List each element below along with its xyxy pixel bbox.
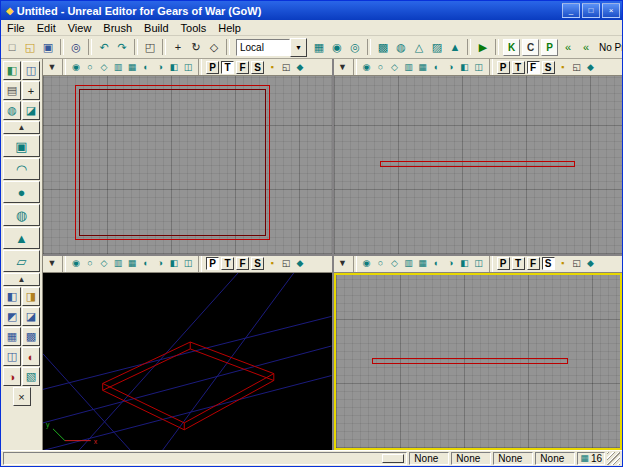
unlit-icon[interactable]: ○ [374, 60, 388, 74]
realtime-icon[interactable]: ◉ [69, 257, 83, 271]
view-front-button[interactable]: F [236, 257, 249, 270]
open-map-icon[interactable]: ◱ [21, 39, 39, 56]
view-top-button[interactable]: T [512, 61, 525, 74]
scale-widget-icon[interactable]: ◇ [205, 39, 223, 56]
textured-view-icon[interactable]: ▦ [125, 60, 139, 74]
view-perspective-button[interactable]: P [497, 61, 510, 74]
show-flags-icon[interactable]: ▦ [310, 39, 328, 56]
unlit-icon[interactable]: ○ [83, 257, 97, 271]
terrain-mode-icon[interactable]: ▤ [3, 81, 21, 100]
view-side-button[interactable]: S [542, 61, 555, 74]
detail-lighting-icon[interactable]: ◑ [153, 60, 167, 74]
translate-mode-icon[interactable]: + [22, 81, 40, 100]
maximize-button[interactable]: □ [582, 3, 600, 18]
textured-view-icon[interactable]: ▦ [416, 60, 430, 74]
minimize-button[interactable]: _ [562, 3, 580, 18]
redo-icon[interactable]: ↷ [113, 39, 131, 56]
menu-item-item[interactable]: Build [138, 20, 174, 35]
shader-complexity-icon[interactable]: ◧ [167, 60, 181, 74]
mirror-y-icon[interactable]: ◑ [3, 367, 21, 386]
menu-item-item[interactable]: File [1, 20, 31, 35]
select-none-icon[interactable]: × [13, 387, 31, 406]
camera-speed-icon[interactable]: ◆ [293, 257, 307, 271]
maximize-viewport-icon[interactable]: ◱ [570, 257, 584, 271]
front-view-canvas[interactable] [334, 76, 623, 254]
menu-item-item[interactable]: Brush [97, 20, 138, 35]
lock-viewport-icon[interactable]: ▪ [556, 257, 570, 271]
collision-view-icon[interactable]: ◫ [472, 60, 486, 74]
curved-stair-brush-icon[interactable]: ◠ [3, 158, 40, 180]
menu-item-item[interactable]: Tools [175, 20, 213, 35]
lighting-only-icon[interactable]: ◐ [139, 257, 153, 271]
build-cover-icon[interactable]: ▨ [428, 39, 446, 56]
camera-prev-icon[interactable]: « [559, 39, 577, 56]
brush-wireframe-icon[interactable]: ▥ [402, 60, 416, 74]
view-top-button[interactable]: T [221, 257, 234, 270]
maximize-viewport-icon[interactable]: ◱ [570, 60, 584, 74]
view-perspective-button[interactable]: P [497, 257, 510, 270]
undo-icon[interactable]: ↶ [95, 39, 113, 56]
unlit-icon[interactable]: ○ [374, 257, 388, 271]
geometry-mode-icon[interactable]: ◫ [22, 61, 40, 80]
view-top-button[interactable]: T [221, 61, 234, 74]
lock-viewport-icon[interactable]: ▪ [556, 60, 570, 74]
csg-add-icon[interactable]: ◧ [3, 287, 21, 306]
build-lighting-icon[interactable]: ◍ [392, 39, 410, 56]
viewport-options-icon[interactable]: ▼ [45, 60, 59, 74]
brush-wireframe-icon[interactable]: ▥ [111, 60, 125, 74]
realtime-icon[interactable]: ◉ [69, 60, 83, 74]
lock-viewport-icon[interactable]: ▪ [265, 60, 279, 74]
csg-subtract-icon[interactable]: ◨ [22, 287, 40, 306]
close-button[interactable]: × [602, 3, 620, 18]
viewport-options-icon[interactable]: ▼ [336, 257, 350, 271]
viewport-options-icon[interactable]: ▼ [336, 60, 350, 74]
collision-view-icon[interactable]: ◫ [181, 60, 195, 74]
top-view-canvas[interactable] [43, 76, 332, 254]
camera-speed-icon[interactable]: ◆ [293, 60, 307, 74]
cube-brush-icon[interactable]: ▣ [3, 135, 40, 157]
menu-item-item[interactable]: Help [212, 20, 247, 35]
build-paths-icon[interactable]: △ [410, 39, 428, 56]
search-icon[interactable]: ◎ [67, 39, 85, 56]
rotate-widget-icon[interactable]: ↻ [187, 39, 205, 56]
brush-wireframe-icon[interactable]: ▥ [111, 257, 125, 271]
view-front-button[interactable]: F [527, 61, 540, 74]
lighting-only-icon[interactable]: ◐ [430, 60, 444, 74]
brush-wireframe-icon[interactable]: ▥ [402, 257, 416, 271]
wireframe-icon[interactable]: ◇ [388, 257, 402, 271]
add-volume-icon[interactable]: ▩ [22, 327, 40, 346]
camera-mode-icon[interactable]: ◧ [3, 61, 21, 80]
status-scrollbar-thumb[interactable] [382, 454, 404, 463]
kismet-button[interactable]: K [503, 39, 520, 56]
cinematics-button[interactable]: C [522, 39, 539, 56]
fullscreen-icon[interactable]: ◰ [141, 39, 159, 56]
freeform-scale-icon[interactable]: ▧ [22, 367, 40, 386]
view-perspective-button[interactable]: P [206, 257, 219, 270]
play-level-icon[interactable]: ▶ [474, 39, 492, 56]
show-selected-icon[interactable]: ◫ [3, 347, 21, 366]
build-geometry-icon[interactable]: ▩ [374, 39, 392, 56]
textured-view-icon[interactable]: ▦ [125, 257, 139, 271]
prefab-button[interactable]: P [541, 39, 558, 56]
csg-deintersect-icon[interactable]: ◪ [22, 307, 40, 326]
maximize-viewport-icon[interactable]: ◱ [279, 257, 293, 271]
sheet-brush-icon[interactable]: ▱ [3, 250, 40, 272]
view-side-button[interactable]: S [542, 257, 555, 270]
detail-lighting-icon[interactable]: ◑ [444, 60, 458, 74]
lighting-only-icon[interactable]: ◐ [139, 60, 153, 74]
camera-slow-icon[interactable]: ◉ [328, 39, 346, 56]
view-side-button[interactable]: S [251, 61, 264, 74]
cylinder-brush-icon[interactable]: ◍ [3, 204, 40, 226]
maximize-viewport-icon[interactable]: ◱ [279, 60, 293, 74]
shader-complexity-icon[interactable]: ◧ [458, 257, 472, 271]
translate-widget-icon[interactable]: + [169, 39, 187, 56]
grid-size-indicator[interactable]: ▦ 16 [577, 452, 605, 465]
shader-complexity-icon[interactable]: ◧ [167, 257, 181, 271]
mirror-x-icon[interactable]: ◐ [22, 347, 40, 366]
realtime-icon[interactable]: ◉ [360, 60, 374, 74]
view-front-button[interactable]: F [527, 257, 540, 270]
lighting-only-icon[interactable]: ◐ [430, 257, 444, 271]
unlit-icon[interactable]: ○ [83, 60, 97, 74]
camera-speed-icon[interactable]: ◆ [584, 60, 598, 74]
camera-fast-icon[interactable]: ◎ [346, 39, 364, 56]
